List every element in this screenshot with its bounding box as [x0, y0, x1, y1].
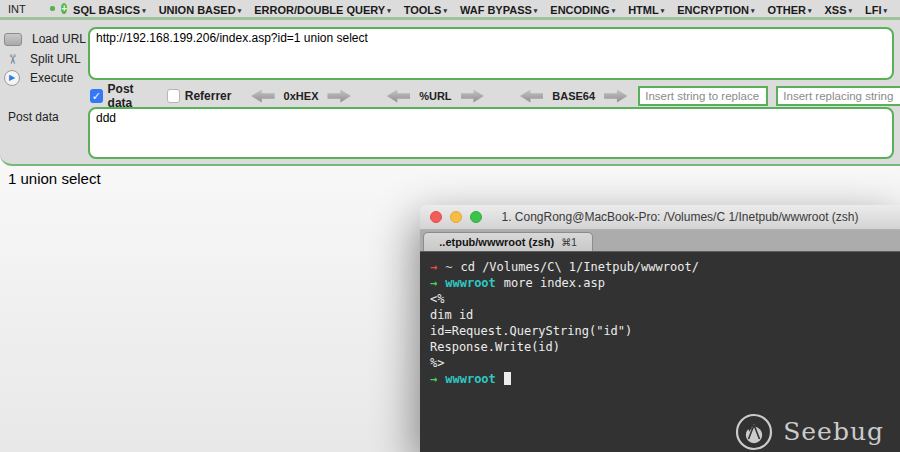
replacing-string-input[interactable]: [776, 86, 900, 106]
terminal-text-segment: %>: [430, 356, 444, 370]
split-url-button[interactable]: ✂ Split URL: [4, 50, 81, 68]
terminal-line: dim id: [430, 307, 892, 323]
post-data-section-label: Post data: [8, 110, 59, 124]
chevron-down-icon: ▾: [387, 7, 391, 14]
terminal-text-segment: →: [430, 372, 437, 386]
terminal-tab-shortcut: ⌘1: [561, 237, 577, 248]
replace-string-input[interactable]: [638, 86, 768, 106]
seebug-bug-icon: [734, 412, 774, 452]
chevron-down-icon: ▾: [848, 7, 852, 14]
chevron-down-icon: ▾: [883, 7, 887, 14]
menu-item-encryption[interactable]: ENCRYPTION▾: [677, 4, 754, 16]
terminal-lines: →~cd /Volumes/C\ 1/Inetpub/wwwroot/→wwwr…: [430, 259, 892, 387]
expand-plus-icon[interactable]: +: [61, 3, 67, 14]
terminal-text-segment: <%: [430, 292, 444, 306]
menu-item-error-double-query[interactable]: ERROR/DOUBLE QUERY▾: [254, 4, 391, 16]
execute-label: Execute: [30, 71, 73, 85]
hex-encode-arrow-button[interactable]: [327, 90, 350, 103]
terminal-line: →wwwroot: [430, 371, 892, 387]
base64-encode-arrow-button[interactable]: [604, 90, 627, 103]
terminal-text-segment: dim id: [430, 308, 473, 322]
referrer-checkbox-label: Referrer: [185, 89, 232, 103]
terminal-text-segment: wwwroot: [445, 372, 496, 386]
menu-item-html[interactable]: HTML▾: [628, 4, 664, 16]
page-result-text: 1 union select: [8, 170, 101, 187]
hex-label: 0xHEX: [284, 90, 319, 102]
terminal-line: id=Request.QueryString("id"): [430, 323, 892, 339]
chevron-down-icon: ▾: [142, 7, 146, 14]
menu-item-union-based[interactable]: UNION BASED▾: [159, 4, 242, 16]
base64-label: BASE64: [552, 90, 595, 102]
terminal-text-segment: cd /Volumes/C\ 1/Inetpub/wwwroot/: [460, 260, 698, 274]
window-controls: [430, 211, 482, 223]
zoom-window-icon[interactable]: [470, 211, 482, 223]
terminal-tab[interactable]: ..etpub/wwwroot (zsh) ⌘1: [423, 232, 593, 251]
terminal-tab-bar: ..etpub/wwwroot (zsh) ⌘1: [420, 230, 900, 252]
referrer-checkbox[interactable]: [167, 89, 180, 103]
scissors-icon: ✂: [5, 51, 20, 67]
hackbar-panel: INT + SQL BASICS▾UNION BASED▾ERROR/DOUBL…: [0, 0, 900, 166]
menu-item-lfi[interactable]: LFI▾: [865, 4, 887, 16]
url-input[interactable]: http://192.168.199.206/index.asp?id=1 un…: [88, 27, 894, 80]
chevron-down-icon: ▾: [443, 7, 447, 14]
menu-item-encoding[interactable]: ENCODING▾: [550, 4, 615, 16]
menu-item-tools[interactable]: TOOLS▾: [404, 4, 447, 16]
collapse-minus-icon[interactable]: [50, 6, 56, 11]
load-url-label: Load URL: [32, 32, 86, 46]
url-decode-arrow-button[interactable]: [387, 90, 410, 103]
terminal-window: 1. CongRong@MacBook-Pro: /Volumes/C 1/In…: [420, 205, 900, 452]
addon-brand-label: INT: [8, 3, 50, 15]
play-icon: ▶: [4, 70, 20, 86]
terminal-text-segment: →: [430, 276, 437, 290]
terminal-line: →wwwrootmore index.asp: [430, 275, 892, 291]
load-url-icon: [4, 33, 22, 46]
chevron-down-icon: ▾: [661, 7, 665, 14]
terminal-line: <%: [430, 291, 892, 307]
options-row: ✓ Post data Referrer 0xHEX %URL BASE64 ✓…: [90, 85, 900, 107]
chevron-down-icon: ▾: [612, 7, 616, 14]
close-window-icon[interactable]: [430, 211, 442, 223]
split-url-label: Split URL: [30, 52, 81, 66]
menu-items: SQL BASICS▾UNION BASED▾ERROR/DOUBLE QUER…: [73, 0, 900, 18]
terminal-line: →~cd /Volumes/C\ 1/Inetpub/wwwroot/: [430, 259, 892, 275]
hackbar-menu-bar: INT + SQL BASICS▾UNION BASED▾ERROR/DOUBL…: [0, 0, 900, 20]
chevron-down-icon: ▾: [534, 7, 538, 14]
terminal-text-segment: more index.asp: [504, 276, 605, 290]
terminal-tab-label: ..etpub/wwwroot (zsh): [439, 236, 554, 248]
load-url-button[interactable]: Load URL: [4, 30, 86, 48]
terminal-window-title: 1. CongRong@MacBook-Pro: /Volumes/C 1/In…: [461, 210, 858, 224]
terminal-cursor: [504, 372, 511, 385]
chevron-down-icon: ▾: [808, 7, 812, 14]
terminal-content[interactable]: →~cd /Volumes/C\ 1/Inetpub/wwwroot/→wwwr…: [420, 252, 900, 452]
execute-button[interactable]: ▶ Execute: [4, 69, 73, 87]
terminal-text-segment: ~: [445, 260, 452, 274]
menu-item-other[interactable]: OTHER▾: [767, 4, 811, 16]
menu-item-sql-basics[interactable]: SQL BASICS▾: [73, 4, 146, 16]
seebug-watermark: Seebug: [734, 412, 884, 452]
terminal-text-segment: wwwroot: [445, 276, 496, 290]
terminal-titlebar[interactable]: 1. CongRong@MacBook-Pro: /Volumes/C 1/In…: [420, 205, 900, 230]
url-encode-label: %URL: [419, 90, 451, 102]
terminal-text-segment: →: [430, 260, 437, 274]
post-data-checkbox[interactable]: ✓: [90, 89, 103, 103]
page: INT + SQL BASICS▾UNION BASED▾ERROR/DOUBL…: [0, 0, 900, 452]
terminal-line: %>: [430, 355, 892, 371]
post-data-input[interactable]: ddd: [88, 107, 894, 159]
seebug-logo-text: Seebug: [783, 424, 884, 440]
base64-decode-arrow-button[interactable]: [520, 90, 543, 103]
menu-item-waf-bypass[interactable]: WAF BYPASS▾: [460, 4, 537, 16]
url-encode-arrow-button[interactable]: [461, 90, 484, 103]
terminal-text-segment: id=Request.QueryString("id"): [430, 324, 632, 338]
post-data-checkbox-label: Post data: [108, 82, 157, 110]
menu-item-xss[interactable]: XSS▾: [824, 4, 852, 16]
terminal-text-segment: Response.Write(id): [430, 340, 560, 354]
terminal-line: Response.Write(id): [430, 339, 892, 355]
chevron-down-icon: ▾: [238, 7, 242, 14]
minimize-window-icon[interactable]: [450, 211, 462, 223]
chevron-down-icon: ▾: [751, 7, 755, 14]
hex-decode-arrow-button[interactable]: [251, 90, 274, 103]
